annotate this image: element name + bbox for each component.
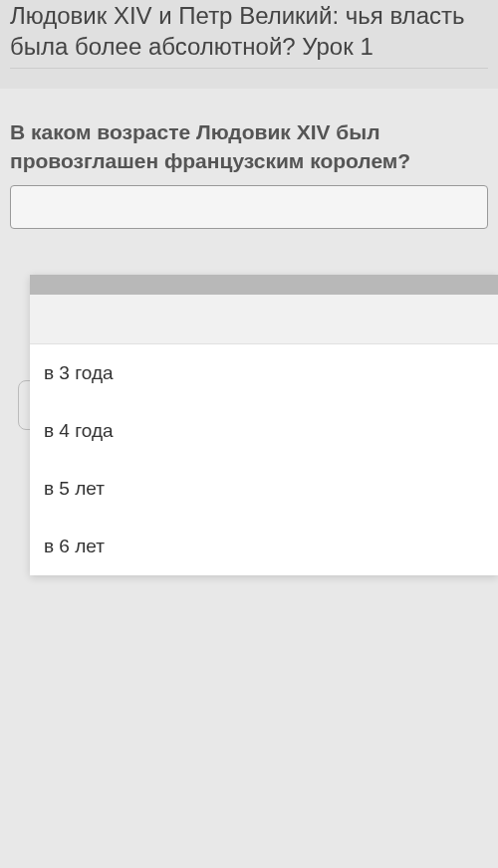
dropdown-option[interactable]: в 6 лет	[30, 518, 498, 575]
dropdown-menu: в 3 года в 4 года в 5 лет в 6 лет	[30, 275, 498, 575]
lesson-header: Людовик XIV и Петр Великий: чья власть б…	[0, 0, 498, 89]
lesson-title: Людовик XIV и Петр Великий: чья власть б…	[10, 0, 488, 69]
dropdown-search-area[interactable]	[30, 295, 498, 344]
dropdown-option[interactable]: в 5 лет	[30, 460, 498, 518]
question-text: В каком возрасте Людовик XIV был провозг…	[10, 118, 488, 175]
question-section: В каком возрасте Людовик XIV был провозг…	[0, 89, 498, 249]
dropdown-option[interactable]: в 3 года	[30, 344, 498, 402]
dropdown-options-list: в 3 года в 4 года в 5 лет в 6 лет	[30, 344, 498, 575]
answer-input[interactable]	[10, 185, 488, 229]
dropdown-handle[interactable]	[30, 275, 498, 295]
dropdown-option[interactable]: в 4 года	[30, 402, 498, 460]
